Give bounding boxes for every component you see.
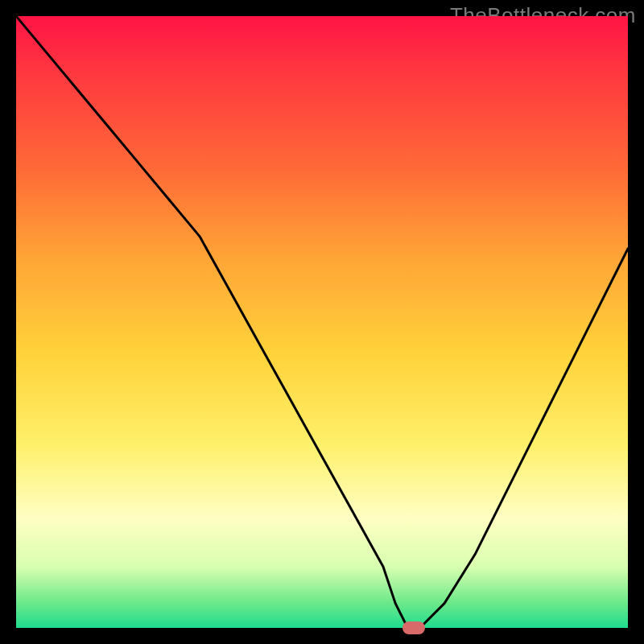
chart-container: TheBottleneck.com [0,0,644,644]
bottleneck-curve [16,16,628,628]
optimal-marker [402,621,425,634]
bottleneck-curve-svg [16,16,628,628]
plot-area [16,16,628,628]
